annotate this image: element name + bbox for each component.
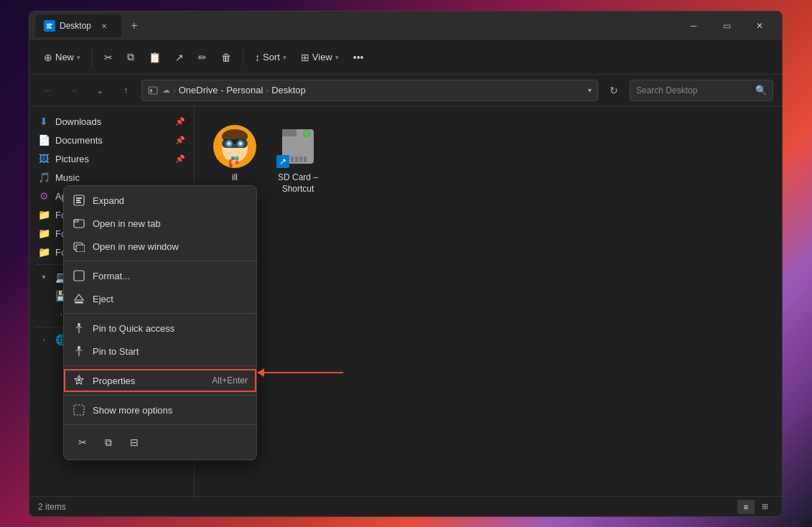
downloads-label: Downloads [55, 116, 169, 127]
ctx-open-new-tab[interactable]: Open in new tab [64, 212, 256, 235]
ctx-copy-icon-btn[interactable]: ⧉ [98, 432, 118, 452]
forward-button[interactable]: → [64, 80, 84, 101]
downloads-icon: ⬇ [38, 116, 50, 127]
sidebar-item-documents[interactable]: 📄 Documents 📌 [29, 131, 194, 149]
recent-button[interactable]: ⌄ [90, 80, 110, 101]
ctx-paste-icon-btn[interactable]: ⊟ [124, 432, 144, 452]
svg-rect-41 [75, 302, 83, 304]
toolbar: ⊕ New ▾ ✂ ⧉ 📋 ↗ ✏ 🗑 ↕ Sort ▾ ⊞ [29, 40, 782, 75]
pictures-pin-icon: 📌 [175, 154, 185, 164]
ctx-properties-icon [73, 374, 85, 387]
downloads-pin-icon: 📌 [175, 117, 185, 126]
svg-rect-32 [76, 197, 82, 199]
svg-point-43 [78, 323, 80, 326]
refresh-button[interactable]: ↻ [604, 80, 624, 101]
ctx-more-options[interactable]: Show more options [64, 398, 256, 421]
search-box[interactable]: 🔍 [630, 80, 773, 101]
address-breadcrumb: ☁ › OneDrive - Personal › Desktop [162, 85, 584, 95]
sort-dropdown-icon: ▾ [283, 54, 286, 61]
view-toggle-buttons: ≡ ⊞ [737, 500, 773, 514]
back-button[interactable]: ← [38, 80, 58, 101]
documents-pin-icon: 📌 [175, 136, 185, 145]
tab-icon [44, 20, 55, 32]
tab-close-button[interactable]: ✕ [98, 20, 110, 32]
new-tab-button[interactable]: + [124, 16, 144, 36]
ctx-open-new-window[interactable]: Open in new window [64, 235, 256, 258]
grid-view-button[interactable]: ⊞ [756, 500, 773, 514]
cut-button[interactable]: ✂ [98, 48, 118, 67]
cut-icon: ✂ [104, 52, 113, 63]
file-item-sdcard[interactable]: ↗ SD Card –Shortcut [269, 118, 327, 200]
more-icon: ••• [353, 52, 364, 63]
svg-rect-2 [47, 26, 51, 27]
status-count: 2 items [38, 502, 737, 512]
address-bar-area: ← → ⌄ ↑ ☁ › OneDrive - Personal › Deskto… [29, 75, 782, 106]
toolbar-divider-2 [243, 49, 243, 66]
ctx-properties-label: Properties [93, 376, 205, 386]
delete-button[interactable]: 🗑 [215, 48, 237, 67]
ctx-pin-quick[interactable]: Pin to Quick access [64, 317, 256, 340]
svg-rect-5 [150, 89, 152, 93]
sdcard-icon-area: ↗ [275, 123, 321, 169]
svg-marker-21 [282, 129, 297, 136]
ctx-format-label: Format... [93, 271, 248, 281]
address-bar[interactable]: ☁ › OneDrive - Personal › Desktop ▾ [141, 80, 598, 101]
sidebar-item-downloads[interactable]: ⬇ Downloads 📌 [29, 112, 194, 131]
svg-rect-19 [235, 161, 239, 164]
search-icon: 🔍 [755, 85, 767, 95]
apps-icon: ⚙ [38, 190, 50, 202]
toolbar-divider-1 [92, 49, 93, 66]
address-dropdown-icon[interactable]: ▾ [588, 86, 592, 94]
view-button[interactable]: ⊞ View ▾ [295, 48, 345, 67]
file-area: ill [195, 106, 782, 496]
ctx-pin-quick-icon [73, 322, 85, 335]
minimize-button[interactable]: ─ [677, 14, 710, 37]
ctx-expand[interactable]: Expand [64, 189, 256, 212]
ctx-divider-3 [64, 365, 256, 366]
new-label: New [55, 52, 74, 62]
music-icon: 🎵 [38, 172, 50, 183]
ctx-eject[interactable]: Eject [64, 287, 256, 310]
ctx-open-tab-label: Open in new tab [93, 218, 248, 229]
copy-icon: ⧉ [127, 51, 134, 63]
search-input[interactable] [636, 85, 751, 95]
ctx-cut-icon-btn[interactable]: ✂ [73, 432, 93, 452]
svg-point-12 [228, 142, 230, 145]
network-expand-icon: › [38, 334, 50, 345]
paste-button[interactable]: 📋 [143, 48, 167, 67]
rename-button[interactable]: ✏ [192, 48, 213, 67]
svg-rect-34 [76, 202, 81, 203]
up-button[interactable]: ↑ [116, 80, 136, 101]
share-button[interactable]: ↗ [169, 48, 190, 67]
sort-button[interactable]: ↕ Sort ▾ [249, 48, 292, 67]
ctx-eject-icon [73, 292, 85, 305]
folder1-icon: 📁 [38, 209, 50, 220]
sidebar-item-music[interactable]: 🎵 Music [29, 168, 194, 187]
svg-rect-4 [149, 87, 157, 94]
ctx-divider-4 [64, 395, 256, 396]
pictures-icon: 🖼 [38, 153, 50, 164]
list-view-button[interactable]: ≡ [737, 500, 755, 514]
ctx-divider-5 [64, 424, 256, 425]
breadcrumb-part1: OneDrive - Personal [179, 85, 263, 95]
share-icon: ↗ [175, 52, 184, 63]
ctx-format-icon [73, 269, 85, 282]
copy-button[interactable]: ⧉ [121, 47, 140, 67]
svg-rect-39 [74, 271, 84, 281]
ctx-pin-start[interactable]: Pin to Start [64, 340, 256, 363]
new-dropdown-icon: ▾ [77, 54, 80, 61]
pictures-label: Pictures [55, 154, 169, 164]
ctx-format[interactable]: Format... [64, 264, 256, 287]
ctx-expand-icon [73, 194, 85, 207]
close-button[interactable]: ✕ [743, 14, 776, 37]
maximize-button[interactable]: ▭ [710, 14, 743, 37]
active-tab[interactable]: Desktop ✕ [35, 14, 121, 37]
new-button[interactable]: ⊕ New ▾ [38, 48, 86, 67]
svg-rect-47 [74, 405, 84, 415]
sidebar-item-pictures[interactable]: 🖼 Pictures 📌 [29, 149, 194, 168]
ctx-properties[interactable]: Properties Alt+Enter [64, 369, 256, 392]
more-button[interactable]: ••• [347, 48, 370, 67]
ctx-pin-start-icon [73, 345, 85, 358]
file-label-sdcard: SD Card –Shortcut [278, 172, 318, 195]
folder3-icon: 📁 [38, 246, 50, 258]
